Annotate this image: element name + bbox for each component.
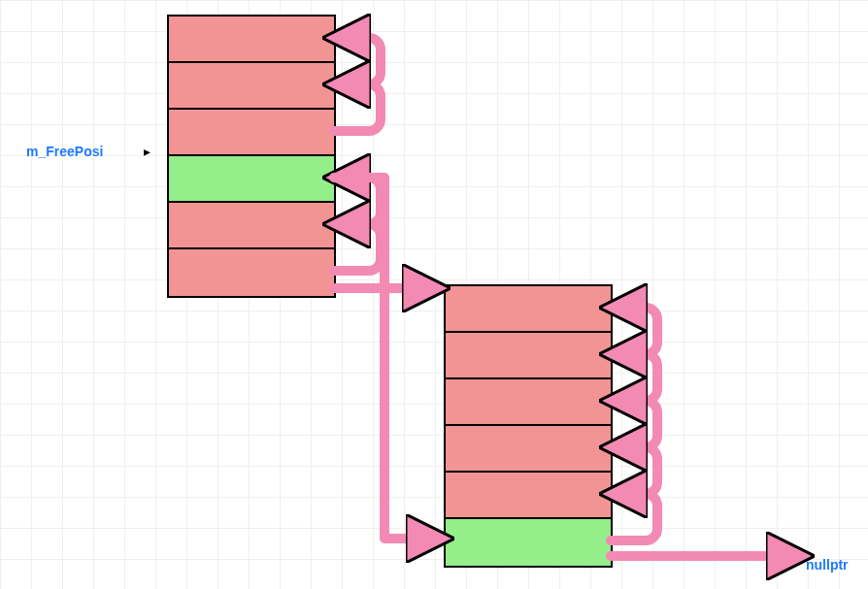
grid-background	[0, 0, 868, 589]
pool1-row-2	[169, 110, 334, 156]
pool2-row-2	[446, 379, 611, 426]
pool1-row-1	[169, 63, 334, 110]
pool1-row-0	[169, 16, 334, 63]
pool1-row-3	[169, 156, 334, 203]
pool1-row-5	[169, 249, 334, 296]
pool2-row-1	[446, 333, 611, 379]
pointer-label: m_FreePosi	[26, 144, 103, 159]
pointer-arrow-glyph: ▸	[144, 144, 150, 159]
memory-pool-2	[444, 284, 613, 568]
pool2-row-4	[446, 473, 611, 519]
pool2-row-0	[446, 286, 611, 333]
nullptr-label: nullptr	[806, 557, 849, 573]
pool2-row-5	[446, 519, 611, 566]
pool2-row-3	[446, 426, 611, 473]
pool1-row-4	[169, 203, 334, 249]
memory-pool-1	[167, 15, 336, 298]
